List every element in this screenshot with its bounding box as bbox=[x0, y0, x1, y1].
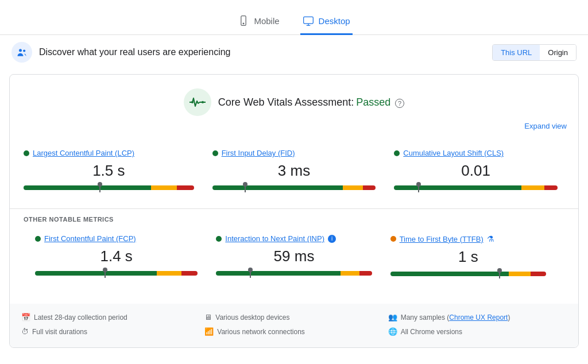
footer-item-devices: 🖥 Various desktop devices bbox=[204, 313, 383, 322]
bar-red bbox=[181, 271, 198, 276]
chrome-icon: 🌐 bbox=[388, 327, 397, 336]
bar-container bbox=[394, 185, 558, 190]
metric-dot bbox=[394, 150, 400, 156]
expand-view-row: Expand view bbox=[10, 122, 578, 135]
bar-track bbox=[24, 185, 194, 190]
origin-button[interactable]: Origin bbox=[540, 45, 576, 60]
bar-green bbox=[390, 272, 509, 276]
bar-yellow bbox=[343, 185, 362, 190]
footer-collection-text: Latest 28-day collection period bbox=[34, 313, 127, 322]
header-left: Discover what your real users are experi… bbox=[11, 42, 230, 63]
footer-duration-text: Full visit durations bbox=[32, 328, 87, 336]
metric-item: First Input Delay (FID) 3 ms bbox=[203, 144, 385, 195]
footer-item-collection: 📅 Latest 28-day collection period bbox=[21, 313, 200, 322]
footer-section: 📅 Latest 28-day collection period ⏱ Full… bbox=[10, 304, 578, 347]
metric-item: Time to First Byte (TTFB) ⚗ 1 s bbox=[381, 230, 555, 281]
footer-col-1: 📅 Latest 28-day collection period ⏱ Full… bbox=[21, 313, 200, 338]
bar-yellow bbox=[521, 185, 544, 190]
metric-item: First Contentful Paint (FCP) 1.4 s bbox=[33, 230, 207, 281]
metric-label-row: First Contentful Paint (FCP) bbox=[35, 234, 198, 243]
footer-samples-text: Many samples (Chrome UX Report) bbox=[401, 313, 510, 322]
footer-chrome-text: All Chrome versions bbox=[401, 328, 462, 336]
tab-desktop[interactable]: Desktop bbox=[300, 9, 353, 35]
calendar-icon: 📅 bbox=[21, 313, 30, 322]
bar-yellow bbox=[341, 271, 359, 276]
header-avatar bbox=[11, 42, 32, 63]
pulse-icon bbox=[184, 88, 211, 116]
footer-col-2: 🖥 Various desktop devices 📶 Various netw… bbox=[204, 313, 383, 338]
bar-yellow bbox=[157, 271, 181, 276]
metric-label-row: First Input Delay (FID) bbox=[212, 149, 376, 157]
assessment-status: Passed bbox=[356, 96, 390, 108]
tab-desktop-label: Desktop bbox=[319, 16, 350, 26]
header-bar: Discover what your real users are experi… bbox=[0, 35, 588, 69]
notable-label: OTHER NOTABLE METRICS bbox=[21, 216, 567, 223]
bar-yellow bbox=[509, 272, 531, 276]
people-icon: 👥 bbox=[388, 313, 397, 322]
metric-name[interactable]: First Input Delay (FID) bbox=[222, 149, 295, 157]
help-icon[interactable]: ? bbox=[395, 99, 404, 108]
footer-devices-text: Various desktop devices bbox=[215, 313, 289, 322]
metric-value: 1 s bbox=[390, 248, 546, 266]
svg-point-1 bbox=[243, 23, 245, 24]
metric-name[interactable]: Interaction to Next Paint (INP) bbox=[225, 234, 324, 243]
footer-item-samples: 👥 Many samples (Chrome UX Report) bbox=[388, 313, 567, 322]
bar-green bbox=[212, 185, 343, 190]
bar-indicator bbox=[250, 270, 251, 278]
bar-track bbox=[216, 271, 372, 276]
expand-link[interactable]: Expand view bbox=[524, 122, 567, 130]
bar-red bbox=[544, 185, 558, 190]
footer-item-chrome: 🌐 All Chrome versions bbox=[388, 327, 567, 336]
bar-container bbox=[390, 272, 546, 276]
metric-label-row: Time to First Byte (TTFB) ⚗ bbox=[390, 234, 546, 243]
bar-indicator bbox=[99, 184, 100, 192]
bar-yellow bbox=[151, 185, 176, 190]
users-icon bbox=[16, 47, 28, 58]
chrome-ux-link[interactable]: Chrome UX Report bbox=[449, 313, 508, 322]
bar-red bbox=[177, 185, 194, 190]
tab-mobile-label: Mobile bbox=[254, 16, 279, 26]
bar-green bbox=[35, 271, 157, 276]
main-card: Core Web Vitals Assessment: Passed ? Exp… bbox=[9, 74, 579, 348]
this-url-button[interactable]: This URL bbox=[493, 45, 540, 60]
bar-indicator bbox=[499, 270, 500, 278]
metric-value: 1.4 s bbox=[35, 247, 198, 265]
metric-label-row: Largest Contentful Paint (LCP) bbox=[24, 149, 194, 157]
metric-name[interactable]: Largest Contentful Paint (LCP) bbox=[33, 149, 134, 157]
bar-track bbox=[390, 272, 546, 276]
metric-dot bbox=[35, 236, 41, 242]
assessment-text: Core Web Vitals Assessment: Passed ? bbox=[218, 96, 404, 109]
metric-value: 0.01 bbox=[394, 162, 558, 180]
assessment-header: Core Web Vitals Assessment: Passed ? bbox=[10, 75, 578, 122]
metric-value: 3 ms bbox=[212, 162, 376, 180]
metric-name[interactable]: Time to First Byte (TTFB) bbox=[400, 235, 483, 243]
bar-indicator bbox=[245, 184, 246, 192]
timer-icon: ⏱ bbox=[21, 327, 29, 336]
bar-container bbox=[212, 185, 376, 190]
desktop-icon bbox=[303, 15, 314, 26]
tab-mobile[interactable]: Mobile bbox=[235, 9, 281, 35]
tab-bar: Mobile Desktop bbox=[0, 0, 588, 35]
svg-rect-2 bbox=[303, 17, 313, 24]
metric-item: Largest Contentful Paint (LCP) 1.5 s bbox=[21, 144, 203, 195]
beaker-icon: ⚗ bbox=[487, 234, 494, 243]
footer-network-text: Various network connections bbox=[217, 328, 305, 336]
header-title: Discover what your real users are experi… bbox=[39, 47, 230, 57]
metric-item: Interaction to Next Paint (INP) i 59 ms bbox=[207, 230, 381, 281]
core-metrics-grid: Largest Contentful Paint (LCP) 1.5 s Fir… bbox=[10, 135, 578, 209]
metric-value: 59 ms bbox=[216, 247, 372, 265]
monitor-icon: 🖥 bbox=[204, 313, 212, 322]
info-icon[interactable]: i bbox=[328, 235, 336, 243]
svg-point-7 bbox=[191, 101, 194, 103]
bar-container bbox=[24, 185, 194, 190]
metric-name[interactable]: First Contentful Paint (FCP) bbox=[44, 234, 136, 243]
svg-point-5 bbox=[19, 49, 22, 52]
bar-green bbox=[216, 271, 341, 276]
assessment-title: Core Web Vitals Assessment: bbox=[218, 96, 354, 108]
metric-name[interactable]: Cumulative Layout Shift (CLS) bbox=[403, 149, 504, 157]
metric-item: Cumulative Layout Shift (CLS) 0.01 bbox=[385, 144, 567, 195]
metric-dot bbox=[24, 150, 29, 156]
footer-item-duration: ⏱ Full visit durations bbox=[21, 327, 200, 336]
bar-red bbox=[359, 271, 372, 276]
bar-container bbox=[35, 271, 198, 276]
